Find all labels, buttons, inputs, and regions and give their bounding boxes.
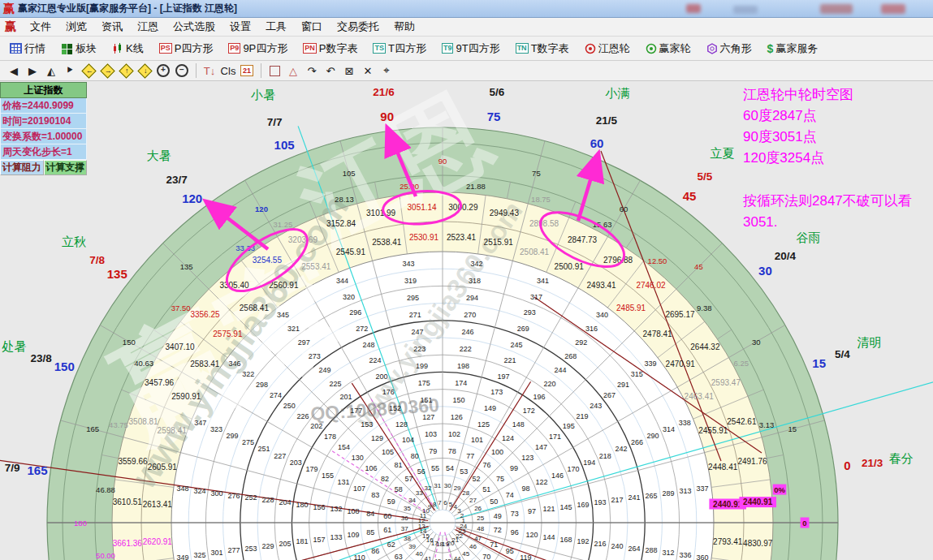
svg-text:8: 8 — [433, 501, 437, 508]
svg-text:100: 100 — [491, 448, 503, 456]
TN-badge-icon: TN — [516, 43, 529, 54]
svg-text:39: 39 — [408, 543, 416, 550]
toolbar-button-P四方形[interactable]: PSP四方形 — [154, 41, 218, 57]
main-toolbar: 行情板块K线PSP四方形P99P四方形PNP数字表TST四方形T99T四方形TN… — [0, 37, 933, 61]
toolbar-button-行情[interactable]: 行情 — [5, 41, 50, 57]
toolbar-button-label: 9P四方形 — [243, 41, 287, 56]
svg-text:3051.14: 3051.14 — [408, 203, 438, 212]
svg-text:154: 154 — [338, 443, 350, 451]
draw-square-button[interactable] — [266, 62, 283, 79]
toolbar-button-K线[interactable]: K线 — [107, 41, 149, 57]
box-x-button[interactable]: ⊠ — [340, 62, 358, 79]
svg-text:349: 349 — [176, 554, 188, 560]
annotation-note-line: 按循环法则2847不破可以看 — [743, 191, 933, 212]
menu-item-工具[interactable]: 工具 — [258, 18, 294, 36]
svg-text:24: 24 — [460, 523, 467, 530]
svg-text:273: 273 — [309, 352, 321, 360]
toolbar-button-T四方形[interactable]: TST四方形 — [368, 41, 430, 57]
menu-item-资讯[interactable]: 资讯 — [94, 18, 130, 36]
nav-last-button[interactable]: ⯈ — [61, 62, 79, 79]
svg-text:205: 205 — [279, 540, 292, 548]
pan-up-button[interactable]: ↑ — [117, 62, 135, 79]
svg-text:0: 0 — [844, 459, 850, 472]
pointer-tool-button[interactable]: ⌖ — [378, 62, 395, 79]
svg-text:23/7: 23/7 — [166, 174, 188, 186]
wheel-icon — [646, 43, 657, 54]
menu-item-交易委托[interactable]: 交易委托 — [330, 18, 387, 36]
zoom-in-button[interactable]: + — [154, 62, 172, 79]
svg-text:199: 199 — [416, 362, 428, 370]
t-updown-button[interactable]: T↓ — [201, 62, 218, 79]
svg-text:2695.17: 2695.17 — [665, 310, 695, 319]
menu-item-江恩[interactable]: 江恩 — [130, 18, 166, 36]
svg-text:61: 61 — [383, 526, 391, 534]
annotation-line: 90度3051点 — [743, 127, 933, 148]
svg-text:3000.29: 3000.29 — [448, 203, 478, 212]
svg-text:60: 60 — [383, 512, 391, 520]
panel-rows: 价格=2440.9099时间=20190104变换系数=1.00000周天变化步… — [0, 98, 87, 160]
toolbar-button-板块[interactable]: 板块 — [56, 41, 102, 57]
shrink-button[interactable]: ✕ — [359, 62, 377, 79]
svg-text:26: 26 — [474, 505, 482, 512]
pan-down-icon: ↓ — [137, 63, 152, 78]
nav-next-button[interactable]: ▶ — [24, 62, 41, 79]
toolbar-button-六角形[interactable]: 六角形 — [702, 41, 757, 57]
toolbar-button-label: 六角形 — [720, 41, 752, 56]
svg-text:74: 74 — [506, 491, 514, 499]
calendar-button[interactable]: 21 — [238, 62, 256, 79]
svg-text:6.25: 6.25 — [734, 359, 749, 368]
svg-text:276: 276 — [227, 492, 240, 500]
pan-right-button[interactable]: → — [98, 62, 116, 79]
svg-text:240: 240 — [611, 542, 623, 550]
box-x-icon: ⊠ — [345, 65, 354, 77]
rotate-cw-button[interactable]: ↷ — [303, 62, 321, 79]
menu-item-浏览[interactable]: 浏览 — [58, 18, 94, 36]
svg-text:2898.58: 2898.58 — [529, 219, 559, 228]
svg-text:150: 150 — [123, 338, 136, 347]
svg-text:175: 175 — [418, 379, 430, 387]
svg-text:40.63: 40.63 — [134, 359, 153, 368]
menu-item-设置[interactable]: 设置 — [222, 18, 258, 36]
svg-text:151: 151 — [420, 396, 432, 404]
toolbar-button-赢家轮[interactable]: 赢家轮 — [641, 41, 696, 57]
svg-text:319: 319 — [404, 277, 417, 285]
nav-first-button[interactable]: ◭ — [42, 62, 60, 79]
toolbar-button-江恩轮[interactable]: 江恩轮 — [580, 41, 635, 57]
pan-down-button[interactable]: ↓ — [136, 62, 153, 79]
toolbar-button-T数字表[interactable]: TNT数字表 — [511, 41, 574, 57]
menu-item-文件[interactable]: 文件 — [23, 18, 58, 36]
P9-badge-icon: P9 — [228, 43, 240, 54]
toolbar-button-P数字表[interactable]: PNP数字表 — [298, 41, 362, 57]
pan-left-button[interactable]: ← — [80, 62, 97, 79]
draw-triangle-button[interactable]: △ — [284, 62, 302, 79]
calc-resistance-button[interactable]: 计算阻力 — [0, 160, 44, 175]
menu-item-帮助[interactable]: 帮助 — [387, 18, 422, 36]
toolbar-button-9T四方形[interactable]: T99T四方形 — [437, 41, 505, 57]
menu-item-窗口[interactable]: 窗口 — [294, 18, 330, 36]
sectors-icon — [62, 44, 67, 49]
toolbar-button-赢家服务[interactable]: $赢家服务 — [762, 41, 823, 57]
svg-text:51: 51 — [482, 485, 490, 493]
svg-text:344: 344 — [336, 277, 348, 285]
zoom-out-button[interactable]: − — [173, 62, 191, 79]
svg-text:2530.91: 2530.91 — [409, 233, 439, 242]
svg-text:95: 95 — [506, 547, 514, 555]
svg-text:84: 84 — [366, 510, 374, 518]
svg-text:180: 180 — [74, 519, 87, 528]
drawing-toolbar: ◀▶◭⯈←→↑↓+−T↓Cls21△↷↶⊠✕⌖ — [0, 61, 933, 81]
svg-text:266: 266 — [631, 438, 643, 446]
svg-text:37.50: 37.50 — [171, 304, 191, 312]
cls-button[interactable]: Cls — [219, 62, 237, 79]
rotate-ccw-button[interactable]: ↶ — [322, 62, 339, 79]
nav-prev-button[interactable]: ◀ — [5, 62, 23, 79]
menu-item-公式选股[interactable]: 公式选股 — [166, 18, 222, 36]
svg-text:241: 241 — [628, 493, 640, 502]
svg-text:145: 145 — [559, 503, 572, 511]
calc-support-button[interactable]: 计算支撑 — [44, 160, 88, 175]
svg-text:2463.41: 2463.41 — [685, 392, 715, 401]
svg-text:立夏: 立夏 — [711, 146, 735, 160]
svg-text:96: 96 — [511, 528, 519, 536]
svg-text:105: 105 — [343, 169, 356, 178]
svg-text:340: 340 — [596, 311, 608, 319]
toolbar-button-9P四方形[interactable]: P99P四方形 — [223, 41, 292, 57]
